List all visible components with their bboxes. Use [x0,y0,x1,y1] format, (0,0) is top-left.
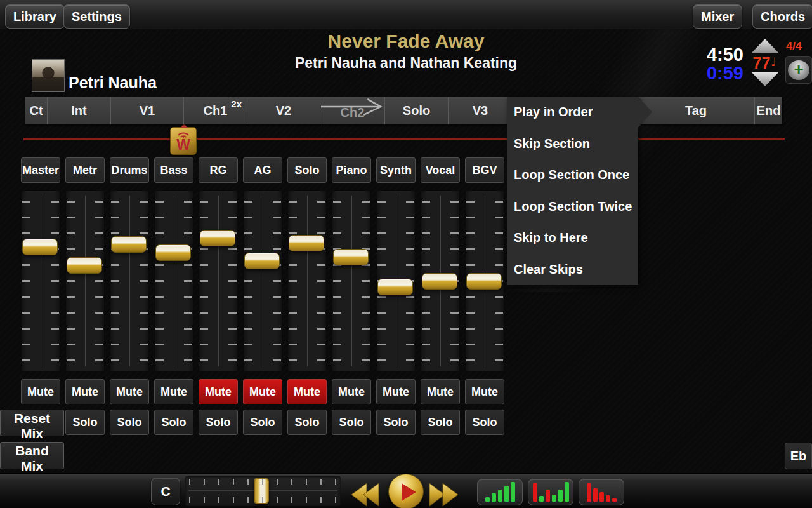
fader-track-solo[interactable] [287,190,327,371]
solo-button-rg[interactable]: Solo [199,410,238,435]
mute-button-solo[interactable]: Mute [287,379,327,404]
slider-handle[interactable] [254,478,269,504]
band-mix-button[interactable]: Band Mix [0,442,64,469]
solo-button-piano[interactable]: Solo [332,410,371,435]
chords-button[interactable]: Chords [752,4,812,29]
fader-handle-metr[interactable] [67,257,102,274]
section-tab-ch2[interactable]: Ch2 [320,97,385,124]
section-tab-ct[interactable]: Ct [25,97,48,124]
channel-button-metr[interactable]: Metr [65,157,105,183]
fader-track-bgv[interactable] [465,190,504,371]
fader-tick [495,296,503,298]
mute-button-ag[interactable]: Mute [243,379,282,404]
fader-tick [140,344,148,345]
w-logo-marker[interactable]: W [170,127,197,155]
solo-button-vocal[interactable]: Solo [421,410,460,435]
fader-track-synth[interactable] [376,190,416,371]
key-button[interactable]: Eb [785,443,812,469]
menu-item-play-in-order[interactable]: Play in Order [508,97,638,128]
library-button[interactable]: Library [5,4,65,29]
solo-button-synth[interactable]: Solo [376,410,416,435]
mute-button-rg[interactable]: Mute [199,379,238,404]
fader-handle-piano[interactable] [333,249,369,265]
section-tab-tag[interactable]: Tag [638,97,755,124]
fader-handle-bass[interactable] [155,244,191,261]
section-tab-v3[interactable]: V3 [449,97,513,124]
solo-button-bgv[interactable]: Solo [465,410,504,435]
meter-button-mixed[interactable] [528,479,573,505]
fader-track-metr[interactable] [65,190,105,371]
menu-item-skip-section[interactable]: Skip Section [508,128,638,160]
fader-track-bass[interactable] [154,190,193,371]
fader-track-piano[interactable] [332,190,371,371]
fader-tick [450,359,459,361]
reset-mix-button[interactable]: Reset Mix [0,410,64,436]
channel-button-bass[interactable]: Bass [154,157,193,183]
add-button[interactable]: + [785,56,812,84]
fader-handle-bgv[interactable] [466,273,502,290]
solo-button-solo[interactable]: Solo [287,410,327,435]
channel-button-rg[interactable]: RG [199,157,238,183]
section-tab-v1[interactable]: V1 [111,97,184,124]
fader-track-drums[interactable] [110,190,149,371]
channel-button-bgv[interactable]: BGV [465,157,504,183]
fader-handle-ag[interactable] [244,253,280,269]
channel-button-vocal[interactable]: Vocal [421,157,460,183]
solo-button-ag[interactable]: Solo [243,410,282,435]
mute-button-bass[interactable]: Mute [154,379,193,404]
fader-handle-drums[interactable] [111,236,147,253]
meter-button-red[interactable] [579,479,624,505]
fader-handle-solo[interactable] [289,235,324,251]
channel-button-solo[interactable]: Solo [287,157,327,183]
section-tab-end[interactable]: End [755,97,782,124]
rewind-icon[interactable] [350,482,379,507]
key-c-button[interactable]: C [151,478,180,505]
section-tab-solo[interactable]: Solo [385,97,449,124]
menu-item-loop-section-once[interactable]: Loop Section Once [508,159,638,191]
mute-button-synth[interactable]: Mute [376,379,416,404]
fader-track-ag[interactable] [243,190,282,371]
fader-tick [228,201,237,203]
section-tab-ch1[interactable]: Ch12x [184,97,247,124]
fader-tick [111,264,119,266]
menu-item-loop-section-twice[interactable]: Loop Section Twice [508,191,638,223]
pitch-slider[interactable] [185,476,341,506]
fader-tick [200,312,208,314]
fader-handle-vocal[interactable] [422,273,457,290]
channel-button-synth[interactable]: Synth [376,157,416,183]
fast-forward-icon[interactable] [428,482,459,507]
channel-button-piano[interactable]: Piano [332,157,371,183]
menu-item-skip-to-here[interactable]: Skip to Here [508,222,638,254]
mute-button-metr[interactable]: Mute [65,379,105,404]
mute-button-piano[interactable]: Mute [332,379,371,404]
channel-button-ag[interactable]: AG [243,157,282,183]
fader-track-rg[interactable] [199,190,238,371]
channel-button-master[interactable]: Master [21,157,60,183]
fader-track-vocal[interactable] [421,190,460,371]
section-tab-v2[interactable]: V2 [247,97,320,124]
fader-handle-master[interactable] [22,239,58,255]
solo-button-metr[interactable]: Solo [65,410,105,435]
fader-handle-rg[interactable] [200,230,235,246]
mute-button-master[interactable]: Mute [21,379,60,404]
play-button[interactable] [388,474,424,508]
slider-tick [218,479,219,485]
fader-tick [495,248,503,250]
fader-tick [111,217,119,218]
solo-button-bass[interactable]: Solo [154,410,193,435]
artist-thumbnail[interactable] [32,59,65,92]
meter-bar [485,497,490,502]
fader-tick [422,328,430,330]
settings-button[interactable]: Settings [63,4,130,29]
mute-button-drums[interactable]: Mute [110,379,149,404]
mixer-button[interactable]: Mixer [693,4,742,29]
section-tab-int[interactable]: Int [48,97,111,124]
meter-button-green[interactable] [477,479,523,505]
solo-button-drums[interactable]: Solo [110,410,149,435]
fader-track-master[interactable] [21,190,60,371]
menu-item-clear-skips[interactable]: Clear Skips [508,254,638,286]
mute-button-vocal[interactable]: Mute [421,379,460,404]
fader-handle-synth[interactable] [377,279,413,295]
mute-button-bgv[interactable]: Mute [465,379,504,404]
channel-button-drums[interactable]: Drums [110,157,149,183]
